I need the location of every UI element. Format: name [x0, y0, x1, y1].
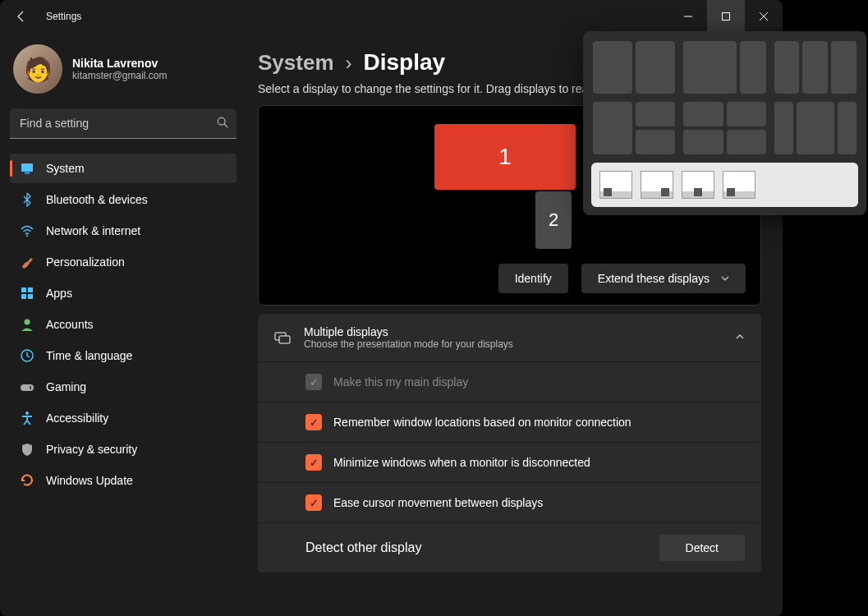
accessibility-icon	[20, 411, 34, 425]
shield-icon	[20, 442, 34, 457]
multiple-displays-panel: Multiple displays Choose the presentatio…	[258, 314, 761, 573]
label-minimize: Minimize windows when a monitor is disco…	[333, 456, 590, 469]
nav-list: SystemBluetooth & devicesNetwork & inter…	[10, 154, 237, 495]
sidebar-item-label: Personalization	[46, 255, 125, 269]
profile-email: kitamster@gmail.com	[72, 70, 168, 81]
user-profile[interactable]: 🧑 Nikita Lavrenov kitamster@gmail.com	[10, 39, 237, 108]
row-remember-locations[interactable]: ✓ Remember window locations based on mon…	[258, 402, 761, 443]
svg-rect-5	[21, 287, 26, 292]
snap-layouts-flyout	[583, 31, 866, 215]
close-button[interactable]	[745, 0, 783, 33]
sidebar-item-apps[interactable]: Apps	[10, 278, 237, 308]
sidebar-item-label: Time & language	[46, 349, 132, 362]
snap-row-2	[593, 102, 857, 154]
sidebar-item-accessibility[interactable]: Accessibility	[10, 403, 237, 433]
clock-icon	[20, 348, 34, 363]
titlebar-left: Settings	[13, 8, 81, 25]
breadcrumb-parent[interactable]: System	[258, 50, 334, 76]
svg-point-14	[25, 411, 29, 415]
bluetooth-icon	[20, 192, 34, 207]
system-icon	[20, 161, 34, 176]
app-title: Settings	[46, 11, 81, 22]
label-remember: Remember window locations based on monit…	[333, 416, 631, 429]
sidebar-item-label: Privacy & security	[46, 443, 137, 456]
display-actions: Identify Extend these displays	[498, 264, 746, 293]
apps-icon	[20, 286, 34, 301]
chevron-right-icon: ›	[346, 52, 352, 75]
detect-button[interactable]: Detect	[659, 535, 745, 561]
titlebar: Settings	[0, 0, 783, 33]
svg-point-9	[25, 319, 30, 325]
wifi-icon	[20, 223, 34, 238]
snap-layout-center-wide[interactable]	[774, 102, 857, 154]
sidebar-item-label: Accessibility	[46, 411, 108, 425]
window-controls	[669, 0, 783, 33]
svg-rect-16	[279, 336, 290, 343]
monitor-1[interactable]: 1	[434, 124, 576, 190]
profile-name: Nikita Lavrenov	[72, 57, 168, 70]
minimize-button[interactable]	[669, 0, 707, 33]
displays-icon	[274, 329, 291, 346]
sidebar-item-time-language[interactable]: Time & language	[10, 341, 237, 370]
sidebar-item-network-internet[interactable]: Network & internet	[10, 216, 237, 246]
snap-layout-two-thirds[interactable]	[683, 41, 765, 94]
snap-group-1[interactable]	[599, 171, 632, 199]
search-input[interactable]	[10, 108, 237, 139]
svg-rect-8	[28, 294, 33, 299]
svg-point-13	[30, 388, 31, 389]
maximize-button[interactable]	[707, 0, 745, 33]
sidebar: 🧑 Nikita Lavrenov kitamster@gmail.com Sy…	[0, 33, 246, 616]
svg-rect-7	[21, 294, 26, 299]
chevron-up-icon	[735, 330, 745, 345]
sidebar-item-bluetooth-devices[interactable]: Bluetooth & devices	[10, 185, 237, 214]
svg-rect-11	[21, 384, 34, 391]
page-title: Display	[364, 49, 446, 76]
person-icon	[20, 317, 34, 332]
sidebar-item-windows-update[interactable]: Windows Update	[10, 466, 237, 495]
svg-rect-6	[28, 287, 33, 292]
back-button[interactable]	[13, 8, 30, 25]
checkbox-ease-cursor[interactable]: ✓	[305, 494, 322, 511]
chevron-down-icon	[721, 274, 729, 283]
snap-group-4[interactable]	[723, 171, 755, 199]
svg-rect-0	[723, 13, 730, 21]
sidebar-item-privacy-security[interactable]: Privacy & security	[10, 434, 237, 464]
extend-label: Extend these displays	[598, 272, 710, 285]
sidebar-item-label: Network & internet	[46, 224, 140, 237]
search-icon	[217, 117, 228, 131]
monitor-2[interactable]: 2	[535, 191, 572, 249]
svg-point-4	[26, 235, 28, 237]
svg-point-1	[218, 117, 225, 125]
sidebar-item-label: Bluetooth & devices	[46, 193, 148, 206]
label-detect: Detect other display	[305, 540, 421, 555]
snap-layout-left-stack[interactable]	[593, 102, 675, 154]
sidebar-item-system[interactable]: System	[10, 154, 237, 183]
snap-layout-half[interactable]	[593, 41, 675, 94]
label-main-display: Make this my main display	[333, 375, 468, 388]
sidebar-item-personalization[interactable]: Personalization	[10, 247, 237, 277]
snap-layout-quad[interactable]	[683, 102, 765, 154]
snap-layout-thirds[interactable]	[774, 41, 857, 94]
extend-displays-dropdown[interactable]: Extend these displays	[581, 264, 746, 293]
brush-icon	[20, 255, 34, 269]
snap-group-2[interactable]	[641, 171, 673, 199]
sidebar-item-label: Apps	[46, 287, 72, 300]
row-ease-cursor[interactable]: ✓ Ease cursor movement between displays	[258, 483, 761, 523]
sidebar-item-accounts[interactable]: Accounts	[10, 310, 237, 339]
checkbox-remember[interactable]: ✓	[305, 414, 322, 430]
row-minimize-disconnect[interactable]: ✓ Minimize windows when a monitor is dis…	[258, 443, 761, 483]
row-detect: Detect other display Detect	[258, 523, 761, 573]
snap-groups-bar	[591, 163, 858, 207]
sidebar-item-label: Gaming	[46, 380, 86, 393]
identify-button[interactable]: Identify	[498, 264, 568, 293]
svg-rect-3	[25, 172, 30, 174]
sidebar-item-gaming[interactable]: Gaming	[10, 372, 237, 402]
game-icon	[20, 379, 34, 394]
multiple-displays-header[interactable]: Multiple displays Choose the presentatio…	[258, 314, 761, 362]
checkbox-minimize[interactable]: ✓	[305, 454, 322, 471]
avatar: 🧑	[13, 44, 62, 94]
checkbox-main-display: ✓	[305, 374, 322, 390]
sidebar-item-label: Windows Update	[46, 474, 133, 487]
label-ease-cursor: Ease cursor movement between displays	[333, 496, 543, 509]
snap-group-3[interactable]	[682, 171, 714, 199]
